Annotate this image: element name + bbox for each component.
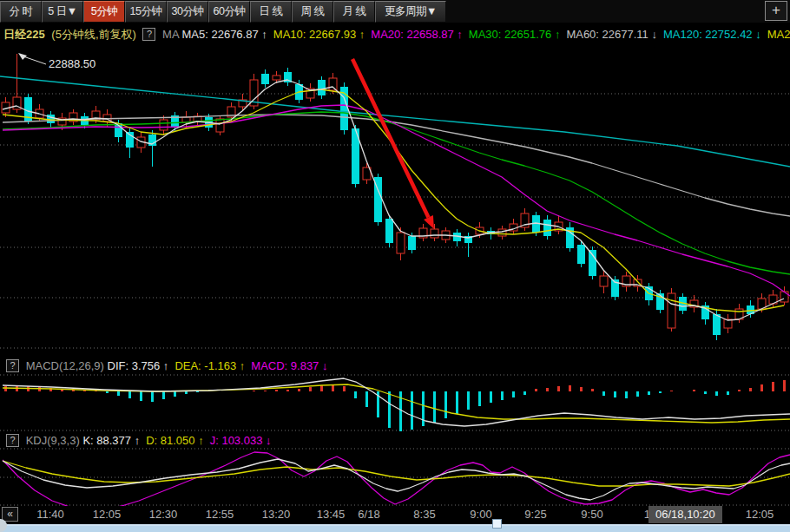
tab-monthly[interactable]: 月 线	[333, 1, 375, 23]
indicator-dif: DIF: 3.756 ↑	[108, 359, 169, 372]
time-label: 13:45	[317, 508, 346, 521]
symbol-subtitle: (5分钟线,前复权)	[51, 28, 136, 41]
period-tabbar: 分 时5 日▼5分钟15分钟30分钟60分钟日 线周 线月 线更多周期▼	[0, 0, 790, 23]
indicator-d: D: 81.050 ↑	[146, 434, 204, 447]
time-label: 9:50	[581, 508, 602, 521]
time-label: 12:55	[206, 508, 234, 521]
tab-30min[interactable]: 30分钟	[167, 1, 208, 23]
kdj-panel-header: ? KDJ(9,3,3) K: 88.377 ↑D: 81.050 ↑J: 10…	[3, 433, 278, 449]
tab-5day[interactable]: 5 日▼	[42, 1, 83, 23]
time-label: 12:30	[149, 508, 178, 521]
add-panel-button[interactable]: +	[765, 1, 787, 21]
indicator-ma120: MA120: 22752.42 ↓	[663, 28, 761, 41]
time-axis: « 11:4012:0512:3012:5513:2013:456/188:35…	[0, 506, 790, 524]
ma-help-button[interactable]: ?	[142, 28, 155, 41]
trend-arrow	[352, 59, 434, 229]
ma-lines	[0, 76, 790, 320]
price-callout-pointer	[18, 53, 46, 64]
indicator-ma5: MA5: 22676.87 ↑	[182, 28, 267, 41]
time-label: 12:05	[93, 508, 122, 521]
indicator-ma60: MA60: 22677.11 ↓	[566, 28, 657, 41]
indicator-k: K: 88.377 ↑	[82, 434, 140, 447]
time-label: 6/18	[358, 508, 379, 521]
indicator-ma30: MA30: 22651.76 ↑	[469, 28, 561, 41]
scrollbar-thumb[interactable]	[492, 519, 502, 529]
time-label: 9:25	[524, 508, 546, 521]
symbol-title: 日经225	[3, 28, 45, 41]
crosshair-time-label: 06/18,10:20	[648, 506, 722, 523]
tab-60min[interactable]: 60分钟	[208, 1, 250, 23]
tab-daily[interactable]: 日 线	[250, 1, 292, 23]
kdj-name: KDJ(9,3,3)	[26, 434, 80, 447]
ma-indicator-bar: 日经225 (5分钟线,前复权) ? MA MA5: 22676.87 ↑MA1…	[0, 23, 790, 47]
tab-weekly[interactable]: 周 线	[292, 1, 333, 23]
time-label: 9:00	[470, 508, 491, 521]
indicator-ma-truncated: MA2	[767, 28, 790, 41]
tab-15min[interactable]: 15分钟	[125, 1, 167, 23]
kdj-lines	[3, 452, 790, 506]
indicator-ma10: MA10: 22667.93 ↑	[273, 28, 365, 41]
indicator-ma20: MA20: 22658.87 ↑	[371, 28, 463, 41]
window-bottom-edge	[0, 526, 790, 532]
tab-timeshare[interactable]: 分 时	[0, 1, 42, 23]
macd-histogram	[4, 380, 786, 431]
time-label: 8:35	[413, 508, 435, 521]
indicator-dea: DEA: -1.163 ↑	[174, 359, 245, 372]
time-label: 11:40	[36, 508, 64, 521]
indicator-macd: MACD: 9.837 ↓	[251, 359, 327, 372]
kdj-help-button[interactable]: ?	[6, 434, 19, 447]
time-label: 12:05	[746, 508, 774, 521]
macd-panel-header: ? MACD(12,26,9) DIF: 3.756 ↑DEA: -1.163 …	[3, 358, 333, 374]
macd-line-DIF	[3, 378, 790, 426]
macd-lines	[3, 378, 790, 426]
macd-name: MACD(12,26,9)	[26, 359, 104, 372]
kdj-line-K	[3, 459, 790, 500]
macd-help-button[interactable]: ?	[6, 359, 19, 372]
kdj-line-J	[3, 452, 790, 506]
tab-5min[interactable]: 5分钟	[83, 1, 125, 23]
time-label: 13:20	[262, 508, 291, 521]
price-callout: 22888.50	[49, 57, 95, 70]
kdj-line-D	[3, 461, 790, 486]
ma-group-label: MA	[162, 28, 179, 41]
tab-more-periods[interactable]: 更多周期▼	[375, 1, 446, 23]
trading-app-window: 分 时5 日▼5分钟15分钟30分钟60分钟日 线周 线月 线更多周期▼ + 日…	[0, 0, 790, 532]
indicator-j: J: 103.033 ↓	[210, 434, 272, 447]
